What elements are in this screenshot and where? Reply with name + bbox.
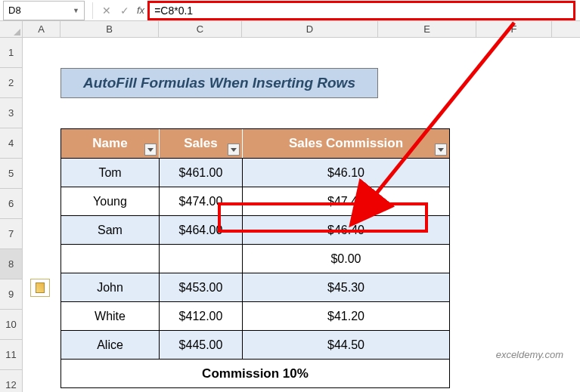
col-header-A[interactable]: A xyxy=(23,21,60,37)
col-header-E[interactable]: E xyxy=(378,21,476,37)
row-header-12[interactable]: 12 xyxy=(0,370,23,392)
filter-icon[interactable] xyxy=(228,144,240,156)
cancel-icon[interactable]: ✕ xyxy=(98,2,116,20)
cell-name[interactable]: Sam xyxy=(61,216,160,244)
header-sales-text: Sales xyxy=(184,136,217,151)
table-row: White$412.00$41.20 xyxy=(61,301,449,330)
col-header-B[interactable]: B xyxy=(60,21,159,37)
table-header: Name Sales Sales Commission xyxy=(61,129,449,158)
footer-text: Commission 10% xyxy=(202,366,309,381)
cell-name[interactable]: Young xyxy=(61,187,160,215)
separator xyxy=(92,2,93,19)
cell-sales[interactable]: $445.00 xyxy=(160,331,243,359)
cell-commission[interactable]: $41.20 xyxy=(243,302,449,330)
cell-sales[interactable]: $461.00 xyxy=(160,159,243,187)
cell-sales[interactable] xyxy=(160,245,243,273)
fx-icon[interactable]: fx xyxy=(137,5,144,16)
cell-commission[interactable]: $45.30 xyxy=(243,273,449,301)
cell-sales[interactable]: $474.00 xyxy=(160,187,243,215)
row-header-7[interactable]: 7 xyxy=(0,219,23,249)
cell-name[interactable]: White xyxy=(61,302,160,330)
col-header-F[interactable]: F xyxy=(476,21,552,37)
cell-commission[interactable]: $44.50 xyxy=(243,331,449,359)
row-headers: 123456789101112 xyxy=(0,38,23,392)
paste-options-icon[interactable] xyxy=(30,279,50,297)
row-header-5[interactable]: 5 xyxy=(0,159,23,189)
formula-bar: D8 ▼ ✕ ✓ fx =C8*0.1 xyxy=(0,0,580,21)
filter-icon[interactable] xyxy=(435,144,447,156)
cell-sales[interactable]: $464.00 xyxy=(160,216,243,244)
filter-icon[interactable] xyxy=(144,144,157,156)
chevron-down-icon[interactable]: ▼ xyxy=(73,7,79,14)
name-box[interactable]: D8 ▼ xyxy=(3,1,85,20)
name-box-value: D8 xyxy=(8,5,73,16)
table-footer: Commission 10% xyxy=(61,359,449,387)
cell-commission[interactable]: $47.40 xyxy=(243,187,449,215)
cell-commission[interactable]: $46.10 xyxy=(243,159,449,187)
row-header-10[interactable]: 10 xyxy=(0,310,23,340)
cell-commission[interactable]: $0.00 xyxy=(243,245,449,273)
header-name-text: Name xyxy=(92,136,127,151)
footer-cell[interactable]: Commission 10% xyxy=(61,360,449,387)
row-header-4[interactable]: 4 xyxy=(0,128,23,159)
cell-sales[interactable]: $412.00 xyxy=(160,302,243,330)
row-header-1[interactable]: 1 xyxy=(0,38,23,68)
table-row: Alice$445.00$44.50 xyxy=(61,330,449,359)
col-header-D[interactable]: D xyxy=(242,21,378,37)
title-cell[interactable]: AutoFill Formulas When Inserting Rows xyxy=(60,68,378,98)
header-commission-text: Sales Commission xyxy=(289,136,403,151)
spreadsheet-grid: A B C D E F 123456789101112 AutoFill For… xyxy=(0,21,580,38)
col-header-C[interactable]: C xyxy=(159,21,242,37)
cell-name[interactable] xyxy=(61,245,160,273)
column-headers: A B C D E F xyxy=(23,21,580,38)
row-header-6[interactable]: 6 xyxy=(0,189,23,219)
table-body: Tom$461.00$46.10Young$474.00$47.40Sam$46… xyxy=(61,158,449,359)
enter-icon[interactable]: ✓ xyxy=(116,2,134,20)
cell-sales[interactable]: $453.00 xyxy=(160,273,243,301)
watermark: exceldemy.com xyxy=(496,349,563,360)
table-row: $0.00 xyxy=(61,244,449,273)
row-header-8[interactable]: 8 xyxy=(0,249,23,279)
formula-input[interactable]: =C8*0.1 xyxy=(147,1,575,20)
row-header-9[interactable]: 9 xyxy=(0,279,23,310)
table-row: Sam$464.00$46.40 xyxy=(61,215,449,244)
header-commission[interactable]: Sales Commission xyxy=(243,129,449,158)
select-all-corner[interactable] xyxy=(0,21,23,38)
cell-commission[interactable]: $46.40 xyxy=(243,216,449,244)
table-row: John$453.00$45.30 xyxy=(61,273,449,301)
header-sales[interactable]: Sales xyxy=(160,129,243,158)
table-row: Young$474.00$47.40 xyxy=(61,187,449,215)
cell-name[interactable]: John xyxy=(61,273,160,301)
row-header-11[interactable]: 11 xyxy=(0,340,23,370)
formula-text: =C8*0.1 xyxy=(154,5,193,17)
row-header-2[interactable]: 2 xyxy=(0,68,23,98)
data-table: Name Sales Sales Commission Tom$461.00$4… xyxy=(60,128,450,388)
table-row: Tom$461.00$46.10 xyxy=(61,158,449,187)
row-header-3[interactable]: 3 xyxy=(0,98,23,128)
header-name[interactable]: Name xyxy=(61,129,160,158)
cell-name[interactable]: Alice xyxy=(61,331,160,359)
title-text: AutoFill Formulas When Inserting Rows xyxy=(83,75,355,91)
cell-name[interactable]: Tom xyxy=(61,159,160,187)
